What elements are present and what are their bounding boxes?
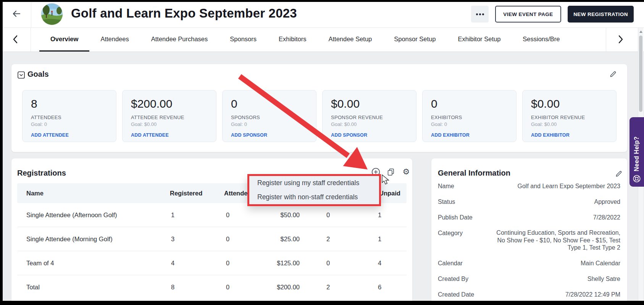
- tabs-scroll-left-button[interactable]: [0, 28, 31, 52]
- info-value: 7/28/2022 12:49 PM: [565, 290, 620, 299]
- info-value: Shelly Satre: [588, 275, 620, 283]
- info-row-name: Name Golf and Learn Expo September 2023: [438, 182, 620, 190]
- add-exhibitor-link[interactable]: ADD EXHIBITOR: [431, 132, 510, 138]
- add-exhibitor-link[interactable]: ADD EXHIBITOR: [531, 132, 610, 138]
- table-row: Single Attendee (Morning Golf) 3 0 $25.0…: [17, 227, 407, 251]
- register-dropdown-menu: Register using my staff credentials Regi…: [247, 174, 381, 206]
- tab-sponsor-setup[interactable]: Sponsor Setup: [383, 28, 447, 52]
- tab-sessions-breakouts[interactable]: Sessions/Bre: [512, 28, 571, 52]
- info-row-publish-date: Publish Date 7/28/2022: [438, 213, 620, 221]
- goal-value: 0: [431, 98, 510, 110]
- event-logo: [41, 3, 63, 25]
- chevron-right-icon: [617, 35, 624, 44]
- info-value: Golf and Learn Expo September 2023: [517, 182, 620, 190]
- tab-attendee-purchases[interactable]: Attendee Purchases: [140, 28, 219, 52]
- registrations-title: Registrations: [17, 169, 66, 178]
- divider: [31, 0, 31, 28]
- goal-card-attendees: 8 ATTENDEES Goal: 0 ADD ATTENDEE: [22, 90, 116, 142]
- tab-exhibitor-setup[interactable]: Exhibitor Setup: [447, 28, 512, 52]
- row-unpaid-cell: 1: [349, 211, 407, 219]
- pencil-icon: [615, 170, 623, 177]
- more-dots-icon: [476, 13, 478, 15]
- collapse-goals-button[interactable]: [18, 71, 25, 79]
- edit-general-info-button[interactable]: [615, 170, 623, 178]
- tab-attendees[interactable]: Attendees: [89, 28, 140, 52]
- gear-icon: ⚙: [403, 168, 410, 176]
- row-unpaid-cell: 1: [349, 236, 407, 243]
- add-attendee-link[interactable]: ADD ATTENDEE: [31, 132, 110, 138]
- arrow-left-icon: [10, 8, 22, 19]
- header-bar: Golf and Learn Expo September 2023 VIEW …: [0, 0, 644, 28]
- goal-target: Goal: 0: [231, 121, 310, 127]
- info-label: Status: [438, 198, 455, 206]
- frame-border: [0, 301, 644, 305]
- goal-target: Goal: $0.00: [131, 121, 210, 127]
- goal-card-attendee-revenue: $200.00 ATTENDEE REVENUE Goal: $0.00 ADD…: [122, 90, 216, 142]
- general-info-rows: Name Golf and Learn Expo September 2023 …: [438, 182, 620, 305]
- goal-value: 0: [231, 98, 310, 110]
- info-row-created-by: Created By Shelly Satre: [438, 275, 620, 283]
- frame-border: [0, 0, 644, 2]
- new-registration-button[interactable]: NEW REGISTRATION: [568, 6, 634, 23]
- row-registered-cell: 1: [170, 211, 220, 219]
- goal-target: Goal: $0.00: [331, 121, 410, 127]
- goal-card-exhibitor-revenue: $0.00 EXHIBITOR REVENUE Goal: $0.00 ADD …: [522, 90, 617, 142]
- goal-label: SPONSORS: [231, 115, 310, 120]
- goal-label: ATTENDEE REVENUE: [131, 115, 210, 120]
- tab-sponsors[interactable]: Sponsors: [219, 28, 268, 52]
- pencil-icon: [610, 70, 617, 77]
- row-attended-cell: 0: [220, 236, 271, 243]
- add-sponsor-link[interactable]: ADD SPONSOR: [331, 132, 410, 138]
- page-title: Golf and Learn Expo September 2023: [71, 6, 297, 21]
- goals-panel: Goals 8 ATTENDEES Goal: 0 ADD ATTENDEE $…: [11, 64, 627, 152]
- tab-attendee-setup[interactable]: Attendee Setup: [317, 28, 383, 52]
- row-unpaid-cell: 6: [349, 284, 407, 291]
- settings-button[interactable]: ⚙: [402, 167, 411, 176]
- row-paid-cell: 2: [313, 236, 349, 243]
- row-paid-cell: 2: [313, 284, 349, 291]
- header-name: Name: [17, 190, 170, 197]
- row-paid-cell: 0: [313, 260, 349, 267]
- info-row-category: Category Continuing Education, Sports an…: [438, 229, 620, 252]
- row-name-cell: Single Attendee (Afternoon Golf): [17, 211, 170, 219]
- header-actions: VIEW EVENT PAGE NEW REGISTRATION: [471, 6, 634, 23]
- event-admin-page: Golf and Learn Expo September 2023 VIEW …: [0, 0, 644, 305]
- add-attendee-link[interactable]: ADD ATTENDEE: [131, 132, 210, 138]
- goal-card-sponsors: 0 SPONSORS Goal: 0 ADD SPONSOR: [222, 90, 316, 142]
- back-button[interactable]: [8, 8, 24, 21]
- scrollbar-up-arrow[interactable]: [639, 31, 642, 33]
- tab-exhibitors[interactable]: Exhibitors: [268, 28, 317, 52]
- info-label: Created Date: [438, 290, 474, 299]
- need-help-tab[interactable]: Need Help?: [629, 117, 644, 187]
- goal-card-exhibitors: 0 EXHIBITORS Goal: 0 ADD EXHIBITOR: [422, 90, 516, 142]
- info-value: 7/28/2022: [593, 213, 620, 221]
- scrollbar-thumb[interactable]: [639, 36, 642, 112]
- copy-button[interactable]: [386, 167, 395, 176]
- info-value: Main Calendar: [581, 259, 620, 267]
- view-event-page-button[interactable]: VIEW EVENT PAGE: [495, 6, 561, 23]
- info-label: Publish Date: [438, 213, 473, 221]
- general-info-title: General Information: [438, 169, 510, 178]
- info-label: Calendar: [438, 259, 463, 267]
- goal-target: Goal: 0: [31, 121, 110, 127]
- table-row: Team of 4 4 0 $125.00 0 4: [17, 251, 407, 275]
- menu-item-register-staff-credentials[interactable]: Register using my staff credentials: [249, 176, 379, 190]
- info-value: Approved: [594, 198, 621, 206]
- tab-bar: Overview Attendees Attendee Purchases Sp…: [0, 28, 644, 52]
- info-label: Created By: [438, 275, 468, 283]
- tabs-scroll-right-button[interactable]: [606, 28, 635, 52]
- menu-item-register-non-staff-credentials[interactable]: Register with non-staff credentials: [249, 190, 379, 204]
- chevron-left-icon: [12, 35, 19, 44]
- goal-label: EXHIBITORS: [431, 115, 510, 120]
- add-sponsor-link[interactable]: ADD SPONSOR: [231, 132, 310, 138]
- row-price-cell: $25.00: [271, 236, 313, 243]
- row-attended-cell: 0: [220, 284, 271, 291]
- more-actions-button[interactable]: [471, 6, 489, 23]
- info-row-calendar: Calendar Main Calendar: [438, 259, 620, 267]
- tab-overview[interactable]: Overview: [39, 28, 89, 52]
- row-name-cell: Total: [17, 284, 170, 291]
- row-registered-cell: 3: [170, 236, 220, 243]
- goals-title: Goals: [27, 70, 49, 79]
- edit-goals-button[interactable]: [609, 70, 617, 79]
- goal-value: 8: [31, 98, 110, 110]
